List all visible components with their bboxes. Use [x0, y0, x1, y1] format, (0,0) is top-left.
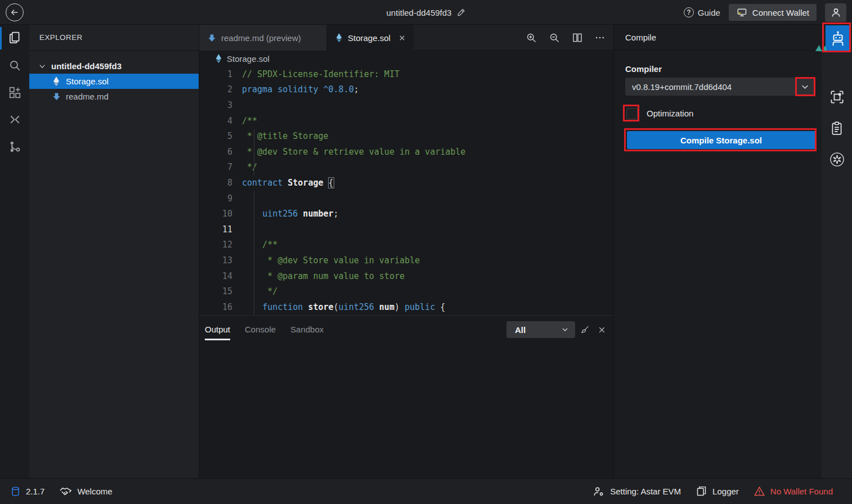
question-icon: ? [684, 7, 694, 17]
extensions-icon [8, 86, 22, 100]
zoom-in-icon[interactable] [526, 32, 537, 44]
version-label: 2.1.7 [26, 487, 44, 496]
line-number: 11 [199, 224, 242, 235]
compiler-version-select[interactable]: v0.8.19+commit.7dd6d404 [625, 78, 815, 96]
editor-tabstrip: readme.md (preview) Storage.sol [199, 25, 613, 51]
logger-button[interactable]: Logger [696, 485, 739, 497]
tree-file-storage-sol[interactable]: Storage.sol [29, 74, 199, 89]
breadcrumb[interactable]: Storage.sol [199, 51, 613, 66]
warning-triangle-icon [754, 485, 765, 497]
explorer-panel: EXPLORER untitled-dd459fd3 Storage.sol r… [29, 25, 199, 478]
code-line: 6 * @dev Store & retrieve value in a var… [199, 144, 613, 160]
logger-icon [696, 485, 707, 497]
line-number: 8 [199, 178, 242, 188]
tab-sandbox[interactable]: Sandbox [290, 316, 324, 344]
tab-readme-md[interactable]: readme.md (preview) [199, 25, 327, 51]
tab-storage-sol[interactable]: Storage.sol [327, 25, 414, 51]
project-title: untitled-dd459fd3 [387, 8, 452, 17]
tab-console[interactable]: Console [245, 316, 276, 344]
close-panel-icon[interactable] [597, 325, 607, 335]
welcome-button[interactable]: Welcome [59, 485, 112, 498]
line-number: 15 [199, 286, 242, 296]
compile-panel: Compile Compiler v0.8.19+commit.7dd6d404… [613, 25, 822, 478]
deploy-tool-button[interactable] [822, 81, 852, 112]
titlebar: untitled-dd459fd3 ? Guide Connect Wallet [0, 0, 852, 25]
markdown-icon [52, 92, 61, 101]
compile-tool-button[interactable] [826, 25, 850, 51]
chevron-down-icon[interactable] [800, 82, 810, 92]
more-actions-icon[interactable] [594, 32, 606, 43]
code-line: 2pragma solidity ^0.8.0; [199, 82, 613, 98]
right-activity-bar [822, 25, 852, 478]
code-line: 12 /** [199, 237, 613, 253]
network-setting[interactable]: Setting: Astar EVM [593, 485, 681, 498]
person-icon [830, 7, 842, 19]
close-tab-icon[interactable] [398, 34, 406, 42]
output-filter-select[interactable]: All [506, 321, 575, 338]
compiler-label: Compiler [625, 64, 662, 74]
sidebar-item-collapse[interactable] [0, 106, 29, 133]
bottom-panel-header: Output Console Sandbox All [199, 315, 613, 343]
compile-button[interactable]: Compile Storage.sol [627, 131, 815, 149]
file-name: readme.md [66, 92, 109, 101]
arrow-left-icon [10, 7, 20, 17]
sidebar-item-explorer[interactable] [0, 25, 29, 52]
app-window: untitled-dd459fd3 ? Guide Connect Wallet [0, 0, 852, 504]
code-editor[interactable]: 1// SPDX-License-Identifier: MIT2pragma … [199, 66, 613, 315]
code-line: 4/** [199, 113, 613, 129]
sidebar-item-extensions[interactable] [0, 79, 29, 106]
collapse-icon [8, 112, 22, 127]
sidebar-item-search[interactable] [0, 52, 29, 79]
welcome-label: Welcome [77, 487, 112, 496]
connect-wallet-button[interactable]: Connect Wallet [729, 4, 817, 21]
split-editor-icon[interactable] [572, 32, 583, 43]
edit-pencil-icon[interactable] [456, 8, 465, 17]
left-activity-bar [0, 25, 29, 478]
openai-icon [829, 152, 845, 167]
line-number: 4 [199, 116, 242, 126]
line-number: 1 [199, 69, 242, 79]
zoom-out-icon[interactable] [549, 32, 560, 44]
breadcrumb-file: Storage.sol [227, 54, 270, 64]
tree-file-readme-md[interactable]: readme.md [29, 89, 199, 104]
line-number: 10 [199, 209, 242, 219]
indent-guide [254, 129, 254, 176]
connect-wallet-label: Connect Wallet [752, 8, 809, 17]
optimization-checkbox[interactable] [626, 108, 638, 119]
line-number: 3 [199, 100, 242, 110]
status-bar: 2.1.7 Welcome [0, 478, 852, 504]
code-line: 14 * @param num value to store [199, 268, 613, 284]
active-indicator [0, 27, 2, 50]
handshake-icon [59, 485, 72, 498]
logger-label: Logger [712, 487, 739, 496]
clear-output-icon[interactable] [580, 325, 590, 335]
network-setting-label: Setting: Astar EVM [610, 487, 681, 496]
code-lines: 1// SPDX-License-Identifier: MIT2pragma … [199, 66, 613, 315]
code-line: 9 [199, 191, 613, 206]
version-indicator[interactable]: 2.1.7 [10, 485, 44, 497]
line-number: 2 [199, 84, 242, 94]
file-name: Storage.sol [66, 76, 109, 86]
report-tool-button[interactable] [822, 112, 852, 144]
database-icon [10, 485, 21, 497]
tree-folder[interactable]: untitled-dd459fd3 [29, 58, 199, 74]
tab-output[interactable]: Output [205, 316, 230, 344]
back-button[interactable] [6, 3, 24, 21]
guide-button[interactable]: ? Guide [684, 7, 720, 17]
line-number: 12 [199, 240, 242, 250]
line-number: 14 [199, 271, 242, 281]
line-number: 7 [199, 162, 242, 172]
teal-pointer-icon [813, 40, 827, 57]
code-line: 1// SPDX-License-Identifier: MIT [199, 66, 613, 82]
sidebar-item-version-control[interactable] [0, 133, 29, 160]
deploy-frame-icon [829, 89, 845, 105]
account-button[interactable] [825, 3, 846, 22]
guide-label: Guide [698, 8, 720, 17]
wallet-warning[interactable]: No Wallet Found [754, 485, 833, 497]
ai-assistant-button[interactable] [822, 143, 852, 175]
markdown-icon [208, 34, 216, 42]
compiler-version-value: v0.8.19+commit.7dd6d404 [632, 82, 800, 92]
ethereum-icon [215, 54, 222, 63]
code-line: 3 [199, 97, 613, 113]
code-line: 5 * @title Storage [199, 128, 613, 144]
